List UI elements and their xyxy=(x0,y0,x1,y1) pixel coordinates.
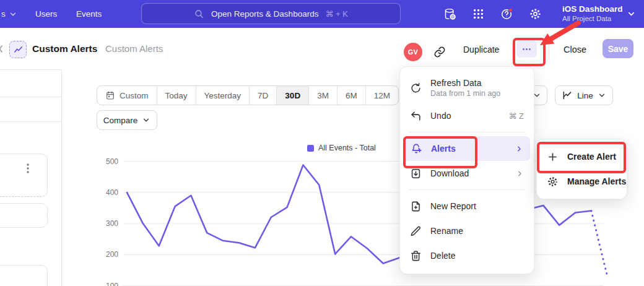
kebab-menu-icon[interactable] xyxy=(24,162,32,178)
manage-alerts-item[interactable]: Manage Alerts xyxy=(537,169,627,194)
range-6m[interactable]: 6M xyxy=(337,86,365,105)
project-name: iOS Dashboard xyxy=(562,4,623,14)
download-icon xyxy=(410,168,422,180)
range-yesterday[interactable]: Yesterday xyxy=(196,86,250,105)
refresh-data-item[interactable]: Refresh Data Data from 1 min ago xyxy=(400,72,534,103)
refresh-icon xyxy=(410,82,422,94)
apps-grid-icon[interactable] xyxy=(472,7,485,20)
data-sources-icon[interactable] xyxy=(443,7,456,20)
gear-icon xyxy=(547,176,559,188)
clipped-edge-icon xyxy=(0,44,3,54)
range-30d[interactable]: 30D xyxy=(276,86,308,105)
file-plus-icon xyxy=(410,201,422,212)
range-3m[interactable]: 3M xyxy=(308,86,337,105)
svg-text:500: 500 xyxy=(106,157,118,166)
notification-dot xyxy=(509,8,513,12)
nav-item-users[interactable]: Users xyxy=(35,0,57,28)
menu-divider xyxy=(409,189,525,190)
project-selector[interactable]: iOS Dashboard All Project Data xyxy=(562,4,623,23)
header-divider xyxy=(549,44,549,59)
menu-divider xyxy=(409,132,525,132)
sidebar-border xyxy=(61,70,62,286)
builder-card[interactable] xyxy=(0,154,48,197)
report-options-menu: Refresh Data Data from 1 min ago Undo ⌘ … xyxy=(399,66,534,274)
help-icon[interactable] xyxy=(500,7,513,20)
page-title: Custom Alerts xyxy=(32,40,97,58)
nav-item-partial[interactable]: s xyxy=(1,0,17,28)
global-search[interactable]: Open Reports & Dashboards ⌘ + K xyxy=(141,3,401,24)
svg-text:300: 300 xyxy=(106,219,118,228)
chart-legend[interactable]: All Events - Total xyxy=(307,144,376,152)
search-icon xyxy=(194,9,204,19)
calendar-icon xyxy=(105,90,115,100)
range-custom[interactable]: Custom xyxy=(97,86,157,105)
legend-swatch xyxy=(307,145,314,152)
alerts-menu-item[interactable]: Alerts xyxy=(404,136,530,161)
settings-gear-icon[interactable] xyxy=(529,7,542,20)
legend-label: All Events - Total xyxy=(318,144,376,152)
plus-icon xyxy=(547,151,559,163)
rename-item[interactable]: Rename xyxy=(400,219,534,243)
close-button[interactable]: Close xyxy=(564,41,586,58)
svg-text:100: 100 xyxy=(106,282,118,286)
svg-text:200: 200 xyxy=(106,250,118,259)
range-7d[interactable]: 7D xyxy=(249,86,276,105)
ellipsis-icon xyxy=(521,44,532,54)
chevron-down-icon xyxy=(9,10,17,19)
chevron-right-icon xyxy=(516,170,524,178)
builder-card[interactable] xyxy=(0,265,48,286)
bell-plus-icon xyxy=(411,143,422,155)
alerts-submenu: Create Alert Manage Alerts xyxy=(536,139,627,199)
undo-shortcut: ⌘ Z xyxy=(508,111,524,121)
nav-item-events[interactable]: Events xyxy=(76,0,102,28)
delete-item[interactable]: Delete xyxy=(400,243,534,268)
builder-card[interactable] xyxy=(0,203,48,228)
line-chart-icon xyxy=(562,90,573,101)
chevron-down-icon xyxy=(598,91,606,100)
breadcrumb: Custom Alerts xyxy=(105,40,163,58)
pencil-icon xyxy=(410,225,422,237)
date-range-segmented-control: Custom Today Yesterday 7D 30D 3M 6M 12M xyxy=(97,85,399,105)
trash-icon xyxy=(410,250,422,262)
copy-link-icon[interactable] xyxy=(433,46,446,58)
top-nav-bar: s Users Events Open Reports & Dashboards… xyxy=(0,0,644,28)
project-scope: All Project Data xyxy=(562,14,623,23)
rail-divider xyxy=(0,97,61,97)
report-header: Custom Alerts Custom Alerts GV Duplicate… xyxy=(0,28,644,65)
save-button[interactable]: Save xyxy=(603,39,633,58)
undo-icon xyxy=(410,110,422,122)
chevron-right-icon xyxy=(515,145,523,153)
project-chevron-icon[interactable] xyxy=(627,9,636,19)
more-options-button[interactable] xyxy=(516,41,537,58)
chart-type-button[interactable]: Line xyxy=(555,85,613,105)
avatar[interactable]: GV xyxy=(404,43,422,61)
report-type-icon xyxy=(9,41,27,58)
download-item[interactable]: Download xyxy=(400,161,534,186)
rail-divider xyxy=(0,121,61,122)
chevron-down-icon xyxy=(142,116,150,124)
range-today[interactable]: Today xyxy=(157,86,196,105)
svg-text:400: 400 xyxy=(106,188,118,197)
compare-button[interactable]: Compare xyxy=(97,110,157,130)
refresh-label: Refresh Data xyxy=(430,78,500,88)
undo-item[interactable]: Undo ⌘ Z xyxy=(400,103,534,128)
rail-divider xyxy=(0,69,61,70)
duplicate-button[interactable]: Duplicate xyxy=(463,41,499,58)
create-alert-item[interactable]: Create Alert xyxy=(537,144,627,169)
new-report-item[interactable]: New Report xyxy=(400,194,534,219)
range-12m[interactable]: 12M xyxy=(365,86,398,105)
search-placeholder: Open Reports & Dashboards xyxy=(211,9,318,19)
refresh-subtitle: Data from 1 min ago xyxy=(430,89,500,98)
search-shortcut: ⌘ + K xyxy=(325,9,348,19)
